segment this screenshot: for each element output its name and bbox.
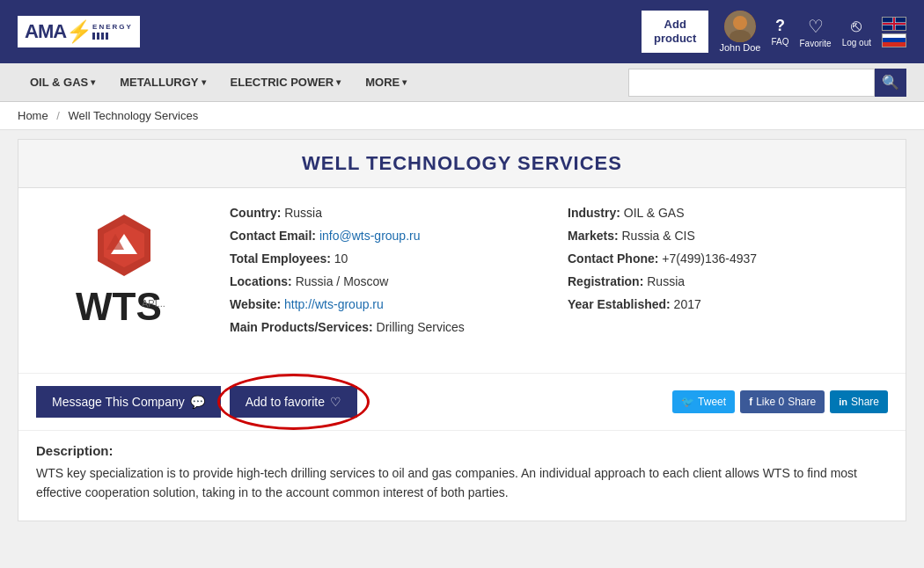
share-label: Share	[788, 396, 816, 408]
detail-email: Contact Email: info@wts-group.ru	[230, 229, 550, 243]
top-navigation: AMA ⚡ ENERGY Add product	[0, 0, 924, 63]
website-link[interactable]: http://wts-group.ru	[284, 297, 384, 311]
favorite-button-wrapper: Add to favorite ♡	[230, 386, 357, 418]
user-profile[interactable]: John Doe	[719, 11, 760, 53]
favorite-link[interactable]: ♡ Favorite	[800, 16, 832, 48]
detail-website: Website: http://wts-group.ru	[230, 297, 550, 311]
description-text: WTS key specialization is to provide hig…	[36, 463, 888, 503]
svg-point-1	[733, 16, 747, 30]
faq-link[interactable]: ? FAQ	[771, 17, 788, 47]
chat-icon: 💬	[190, 395, 205, 409]
tweet-label: Tweet	[698, 396, 726, 408]
detail-markets: Markets: Russia & CIS	[568, 229, 888, 243]
nav-electric-power[interactable]: ELECTRIC POWER ▾	[218, 65, 354, 99]
nav-more[interactable]: MORE ▾	[353, 65, 419, 99]
employees-value: 10	[334, 251, 348, 266]
search-area: 🔍	[628, 69, 906, 97]
logo-bolt-icon: ⚡	[66, 19, 92, 44]
faq-label: FAQ	[771, 37, 788, 47]
linkedin-share-label: Share	[851, 396, 879, 408]
breadcrumb-current: Well Technology Services	[69, 109, 199, 122]
social-share-area: 🐦 Tweet f Like 0 Share in Share	[672, 390, 888, 413]
logo-text: AMA	[25, 20, 66, 43]
detail-registration: Registration: Russia	[568, 274, 888, 288]
registration-label: Registration:	[568, 274, 643, 288]
products-value: Drilling Services	[377, 320, 465, 334]
industry-value: OIL & GAS	[624, 206, 685, 220]
add-to-favorite-button[interactable]: Add to favorite ♡	[230, 386, 357, 418]
detail-products: Main Products/Services: Drilling Service…	[230, 320, 550, 334]
description-title: Description:	[36, 443, 888, 458]
facebook-like-button[interactable]: f Like 0 Share	[740, 390, 825, 413]
main-content: WELL TECHNOLOGY SERVICES WTS API... Coun…	[18, 139, 906, 521]
company-logo-area: WTS API...	[36, 206, 212, 355]
svg-text:API...: API...	[142, 298, 165, 309]
secondary-navigation: OIL & GAS ▾ METALLURGY ▾ ELECTRIC POWER …	[0, 63, 924, 102]
ru-flag	[882, 33, 906, 47]
detail-industry: Industry: OIL & GAS	[568, 206, 888, 220]
detail-year: Year Established: 2017	[568, 297, 888, 311]
user-name: John Doe	[719, 42, 760, 53]
description-area: Description: WTS key specialization is t…	[18, 430, 906, 521]
top-right-area: Add product John Doe ? FAQ ♡ Favorite ⎋ …	[642, 11, 906, 53]
search-input[interactable]	[628, 69, 875, 97]
chevron-down-icon: ▾	[336, 77, 341, 87]
uk-flag	[882, 17, 906, 31]
email-link[interactable]: info@wts-group.ru	[319, 229, 421, 243]
twitter-icon: 🐦	[681, 396, 694, 408]
chevron-down-icon: ▾	[91, 77, 95, 87]
search-icon: 🔍	[882, 74, 899, 91]
action-bar: Message This Company 💬 Add to favorite ♡…	[18, 373, 906, 430]
company-logo: WTS API...	[49, 206, 199, 355]
logo[interactable]: AMA ⚡ ENERGY	[18, 16, 140, 47]
markets-label: Markets:	[568, 229, 619, 243]
language-flags[interactable]	[882, 17, 906, 47]
detail-locations: Locations: Russia / Moscow	[230, 274, 550, 288]
website-label: Website:	[230, 297, 281, 311]
nav-links: OIL & GAS ▾ METALLURGY ▾ ELECTRIC POWER …	[18, 65, 419, 99]
linkedin-icon: in	[839, 397, 847, 407]
logo-box: AMA ⚡ ENERGY	[18, 16, 140, 47]
year-value: 2017	[674, 297, 701, 311]
country-label: Country:	[230, 206, 281, 220]
heart-icon: ♡	[330, 395, 341, 409]
add-product-button[interactable]: Add product	[642, 11, 708, 52]
nav-metallurgy[interactable]: METALLURGY ▾	[107, 65, 217, 99]
breadcrumb: Home / Well Technology Services	[0, 102, 924, 130]
detail-phone: Contact Phone: +7(499)136-4937	[568, 251, 888, 266]
detail-country: Country: Russia	[230, 206, 550, 220]
tweet-button[interactable]: 🐦 Tweet	[672, 390, 735, 413]
detail-employees: Total Employees: 10	[230, 251, 550, 266]
registration-value: Russia	[647, 274, 685, 288]
country-value-text: Russia	[284, 206, 322, 220]
industry-label: Industry:	[568, 206, 620, 220]
employees-label: Total Employees:	[230, 251, 331, 266]
breadcrumb-separator: /	[56, 109, 60, 122]
company-details-right: Industry: OIL & GAS Markets: Russia & CI…	[568, 206, 888, 355]
message-company-button[interactable]: Message This Company 💬	[36, 386, 221, 418]
markets-value: Russia & CIS	[621, 229, 694, 243]
nav-oil-gas[interactable]: OIL & GAS ▾	[18, 65, 107, 99]
phone-label: Contact Phone:	[568, 251, 658, 266]
logo-energy-text: ENERGY	[92, 24, 133, 31]
company-body: WTS API... Country: Russia Contact Email…	[18, 188, 906, 373]
breadcrumb-home[interactable]: Home	[18, 109, 48, 122]
avatar	[724, 11, 756, 42]
company-title: WELL TECHNOLOGY SERVICES	[36, 152, 888, 175]
email-label: Contact Email:	[230, 229, 316, 243]
like-label: Like 0	[756, 396, 784, 408]
products-label: Main Products/Services:	[230, 320, 373, 334]
company-title-bar: WELL TECHNOLOGY SERVICES	[18, 140, 906, 188]
locations-value: Russia / Moscow	[296, 274, 389, 288]
chevron-down-icon: ▾	[202, 77, 206, 87]
logout-link[interactable]: ⎋ Log out	[842, 16, 871, 47]
search-button[interactable]: 🔍	[875, 69, 906, 97]
phone-value: +7(499)136-4937	[662, 251, 757, 266]
linkedin-share-button[interactable]: in Share	[830, 390, 888, 413]
chevron-down-icon: ▾	[402, 77, 407, 87]
company-details-left: Country: Russia Contact Email: info@wts-…	[230, 206, 550, 355]
locations-label: Locations:	[230, 274, 292, 288]
favorite-label: Favorite	[800, 39, 832, 48]
facebook-icon: f	[749, 396, 752, 408]
message-company-label: Message This Company	[52, 395, 185, 409]
